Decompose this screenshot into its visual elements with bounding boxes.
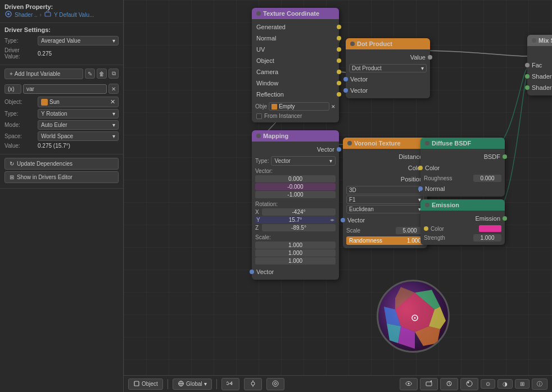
- var-type-dropdown[interactable]: (x): [4, 84, 21, 94]
- roughness-value[interactable]: 0.000: [473, 175, 501, 182]
- rot-y-arrows: ◂▸: [330, 217, 336, 222]
- vector-input-socket[interactable]: [250, 270, 254, 274]
- object-input-field[interactable]: Empty: [269, 102, 329, 111]
- position-label: Position: [401, 176, 423, 183]
- window-socket[interactable]: [337, 81, 341, 85]
- vector-input-label: Vector: [256, 268, 274, 275]
- vector1-socket[interactable]: [343, 77, 348, 81]
- fac-socket[interactable]: [525, 63, 530, 67]
- from-instancer-checkbox[interactable]: [256, 113, 262, 119]
- emission-color-swatch[interactable]: [479, 225, 501, 232]
- emission-output-socket[interactable]: [503, 216, 507, 221]
- normal-input-socket[interactable]: [418, 186, 423, 191]
- distance-label: Distance: [399, 153, 423, 160]
- shader2-socket[interactable]: [525, 85, 530, 90]
- link-btn[interactable]: [221, 378, 239, 390]
- uv-socket[interactable]: [337, 47, 341, 52]
- voronoi-feature-dropdown[interactable]: F1 ▾: [346, 195, 424, 204]
- emission-body: Emission Color Strength 1.000: [420, 211, 505, 245]
- vector-y[interactable]: -0.000: [255, 183, 336, 190]
- diffuse-bsdf-node[interactable]: Diffuse BSDF BSDF Color Roughness 0.000 …: [420, 138, 505, 197]
- camera-btn[interactable]: [420, 378, 438, 390]
- strength-value[interactable]: 1.000: [473, 234, 501, 241]
- edit-icon[interactable]: ✎: [85, 69, 95, 79]
- object-btn[interactable]: Object: [128, 379, 163, 390]
- emission-node[interactable]: Emission Emission Color Strength 1.000: [420, 199, 505, 245]
- rotation-section: Rotation: X -424° Y 15.7° ◂▸ Z -89.5°: [252, 200, 339, 233]
- type2-dropdown[interactable]: Y Rotation ▾: [38, 109, 119, 118]
- vector2-socket[interactable]: [343, 88, 348, 93]
- voronoi-vector-socket[interactable]: [341, 218, 345, 222]
- breadcrumb-part1[interactable]: Shader ..: [15, 12, 38, 18]
- bottom-toolbar: Object Global ▾: [124, 375, 552, 392]
- randomness-btn[interactable]: Randomness 1.000: [346, 236, 424, 245]
- render-btn[interactable]: [440, 378, 458, 390]
- material-btn[interactable]: [460, 378, 478, 390]
- shader1-label: Shader: [532, 73, 551, 80]
- scale-value-voronoi[interactable]: 5.000: [396, 227, 424, 234]
- add-input-variable-button[interactable]: + Add Input Variable: [4, 69, 83, 79]
- fac-label: Fac: [532, 62, 542, 69]
- rot-y-value[interactable]: 15.7°: [262, 217, 329, 223]
- object-clear-btn[interactable]: ✕: [331, 104, 336, 110]
- voronoi-node[interactable]: Voronoi Texture Distance Color Position …: [343, 138, 427, 248]
- emission-color-socket[interactable]: [424, 226, 428, 231]
- view-btn[interactable]: [400, 378, 418, 390]
- scale-y[interactable]: 1.000: [255, 249, 336, 257]
- rot-z-value[interactable]: -89.5°: [262, 224, 336, 231]
- var-input[interactable]: [23, 84, 107, 94]
- normal-socket[interactable]: [337, 36, 341, 40]
- camera-socket[interactable]: [337, 70, 341, 74]
- type-dropdown[interactable]: Averaged Value ▾: [38, 36, 119, 45]
- snap-btn[interactable]: [244, 378, 262, 390]
- reflection-socket[interactable]: [337, 92, 341, 97]
- voronoi-distance-dropdown[interactable]: Euclidean ▾: [346, 205, 424, 213]
- bsdf-output-row: BSDF: [420, 151, 505, 162]
- voronoi-title: Voronoi Texture: [354, 140, 401, 147]
- voronoi-dim-dropdown[interactable]: 3D ▾: [346, 186, 424, 194]
- vector-output-socket[interactable]: [337, 147, 341, 152]
- header-dot: [256, 11, 261, 16]
- dot-product-dropdown[interactable]: Dot Product ▾: [349, 64, 427, 72]
- header-dot: [350, 42, 355, 46]
- rot-x-value[interactable]: -424°: [262, 208, 336, 216]
- global-btn[interactable]: Global ▾: [173, 379, 212, 390]
- bsdf-output-socket[interactable]: [503, 154, 507, 159]
- proportional-btn[interactable]: [266, 378, 284, 390]
- update-dependencies-button[interactable]: ↻ Update Dependencies: [4, 158, 119, 170]
- texture-coordinate-node[interactable]: Texture Coordinate Generated Normal UV O…: [252, 8, 339, 122]
- window-label: Window: [256, 80, 278, 86]
- overlay-btn[interactable]: ⊙: [481, 379, 495, 389]
- color-input-socket[interactable]: [418, 166, 423, 170]
- vector-x[interactable]: 0.000: [255, 175, 336, 183]
- svg-point-13: [414, 317, 416, 319]
- shader-editor[interactable]: Texture Coordinate Generated Normal UV O…: [124, 0, 552, 375]
- var-close-icon[interactable]: ✕: [108, 84, 119, 94]
- svg-point-22: [274, 382, 277, 385]
- chevron-global: ▾: [204, 381, 207, 387]
- object-field[interactable]: Sun ✕: [38, 97, 119, 107]
- delete-icon[interactable]: 🗑: [97, 69, 107, 79]
- mix-shader-node[interactable]: Mix Shader Shader Fac Shader Shader: [527, 35, 552, 95]
- show-drivers-editor-button[interactable]: ⊞ Show in Drivers Editor: [4, 171, 119, 183]
- mapping-node[interactable]: Mapping Vector Type: Vector ▾ Vector: 0.…: [252, 130, 339, 280]
- type-dropdown-mapping[interactable]: Vector ▾: [271, 156, 336, 166]
- copy-icon[interactable]: ⧉: [108, 69, 119, 79]
- vector-z[interactable]: -1.000: [255, 191, 336, 198]
- type-label: Type:: [4, 38, 35, 44]
- breadcrumb-part2[interactable]: Y Default Valu...: [54, 12, 94, 18]
- space-dropdown[interactable]: World Space ▾: [38, 131, 119, 141]
- object-clear-icon[interactable]: ✕: [110, 98, 115, 106]
- extra-btn2[interactable]: ⓘ: [532, 379, 548, 390]
- shader1-socket[interactable]: [525, 74, 530, 79]
- scale-x[interactable]: 1.000: [255, 241, 336, 249]
- generated-socket[interactable]: [337, 25, 341, 29]
- shading-btn[interactable]: ◑: [497, 379, 513, 389]
- object-output-socket[interactable]: [337, 58, 341, 63]
- value-output-socket[interactable]: [428, 55, 432, 60]
- mode-dropdown[interactable]: Auto Euler ▾: [38, 120, 119, 130]
- extra-btn1[interactable]: ⊞: [515, 379, 530, 389]
- bsdf-output-label: BSDF: [484, 153, 500, 160]
- dot-product-node[interactable]: Dot Product Value Dot Product ▾ Vector V…: [346, 38, 430, 98]
- scale-z[interactable]: 1.000: [255, 257, 336, 265]
